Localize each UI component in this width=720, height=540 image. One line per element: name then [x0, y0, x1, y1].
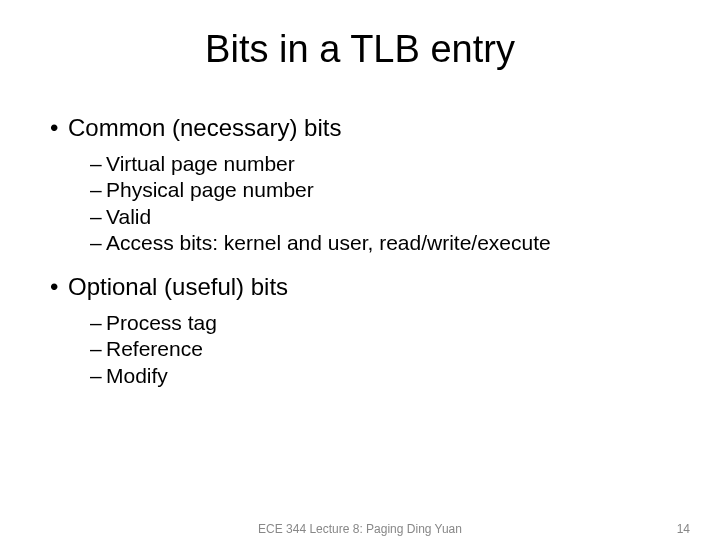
list-item: –Physical page number	[90, 177, 670, 203]
list-item: –Virtual page number	[90, 151, 670, 177]
slide: Bits in a TLB entry •Common (necessary) …	[0, 0, 720, 540]
section-heading: •Common (necessary) bits	[50, 113, 670, 143]
slide-title: Bits in a TLB entry	[50, 28, 670, 71]
dash-icon: –	[90, 363, 106, 389]
list-item: –Modify	[90, 363, 670, 389]
dash-icon: –	[90, 151, 106, 177]
section-heading: •Optional (useful) bits	[50, 272, 670, 302]
list-item-text: Modify	[106, 364, 168, 387]
page-number: 14	[677, 522, 690, 536]
list-item: –Process tag	[90, 310, 670, 336]
section-heading-text: Common (necessary) bits	[68, 114, 341, 141]
list-item-text: Reference	[106, 337, 203, 360]
section-heading-text: Optional (useful) bits	[68, 273, 288, 300]
dash-icon: –	[90, 230, 106, 256]
dash-icon: –	[90, 177, 106, 203]
dash-icon: –	[90, 310, 106, 336]
slide-content: •Common (necessary) bits –Virtual page n…	[50, 113, 670, 389]
list-item: –Access bits: kernel and user, read/writ…	[90, 230, 670, 256]
dash-icon: –	[90, 336, 106, 362]
section-items: –Virtual page number –Physical page numb…	[90, 151, 670, 256]
list-item-text: Valid	[106, 205, 151, 228]
list-item: –Reference	[90, 336, 670, 362]
list-item-text: Access bits: kernel and user, read/write…	[106, 231, 551, 254]
list-item: –Valid	[90, 204, 670, 230]
bullet-icon: •	[50, 272, 68, 302]
list-item-text: Virtual page number	[106, 152, 295, 175]
list-item-text: Physical page number	[106, 178, 314, 201]
bullet-icon: •	[50, 113, 68, 143]
dash-icon: –	[90, 204, 106, 230]
section-items: –Process tag –Reference –Modify	[90, 310, 670, 389]
footer-center-text: ECE 344 Lecture 8: Paging Ding Yuan	[0, 522, 720, 536]
list-item-text: Process tag	[106, 311, 217, 334]
